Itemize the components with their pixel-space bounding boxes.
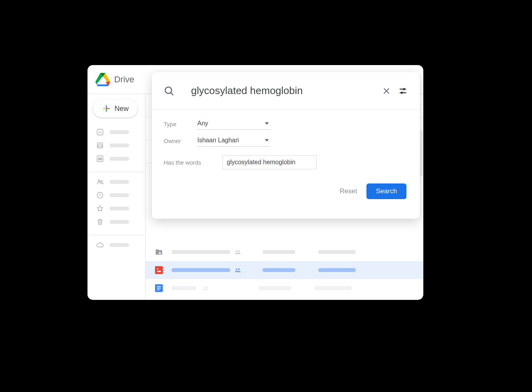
search-button[interactable]: Search <box>366 183 406 199</box>
filter-row-owner: Owner Ishaan Laghari <box>164 135 408 147</box>
placeholder <box>171 286 197 290</box>
placeholder <box>262 268 295 272</box>
search-input[interactable] <box>191 85 378 97</box>
scrollbar[interactable] <box>420 130 423 176</box>
svg-point-5 <box>98 180 100 182</box>
svg-point-6 <box>101 180 102 182</box>
divider <box>87 172 145 172</box>
filters: Type Any Owner Ishaan Laghari Has the wo… <box>152 110 420 199</box>
placeholder <box>262 250 295 254</box>
svg-rect-17 <box>157 288 161 289</box>
has-words-input[interactable] <box>222 155 317 169</box>
shared-icon <box>234 268 241 272</box>
svg-point-12 <box>157 268 158 269</box>
panel-actions: Reset Search <box>164 183 408 199</box>
app-window: Drive New <box>87 65 423 300</box>
placeholder <box>314 286 352 290</box>
type-value: Any <box>197 120 208 127</box>
docs-file-icon <box>155 284 163 292</box>
cloud-icon <box>96 241 104 249</box>
svg-rect-23 <box>401 91 403 94</box>
app-title: Drive <box>114 74 134 85</box>
sidebar: New <box>87 94 146 300</box>
placeholder <box>109 157 129 161</box>
svg-point-3 <box>98 158 100 159</box>
svg-rect-16 <box>157 286 161 287</box>
placeholder <box>171 268 230 272</box>
filter-row-words: Has the words <box>164 155 408 169</box>
svg-rect-11 <box>155 266 163 274</box>
image-file-icon <box>155 266 163 274</box>
svg-point-13 <box>236 269 238 270</box>
sidebar-item-priority[interactable] <box>87 125 145 139</box>
sidebar-item-storage[interactable] <box>87 238 145 252</box>
drive-small-icon <box>96 142 104 149</box>
svg-point-10 <box>238 250 240 252</box>
plus-icon <box>102 104 111 113</box>
clear-search-button[interactable] <box>378 83 395 99</box>
clock-icon <box>96 191 104 199</box>
sidebar-item-recent[interactable] <box>87 189 145 202</box>
new-button[interactable]: New <box>93 100 138 118</box>
svg-point-9 <box>236 250 238 252</box>
people-icon <box>96 178 104 186</box>
star-icon <box>96 205 104 212</box>
dropdown-caret-icon <box>265 122 269 125</box>
nav-group-2 <box>87 175 145 229</box>
shared-icon <box>202 286 209 290</box>
sidebar-item-shared-drives[interactable] <box>87 152 145 165</box>
words-label: Has the words <box>164 159 222 166</box>
nav-group-3 <box>87 238 145 252</box>
tune-icon <box>399 87 407 95</box>
type-select[interactable]: Any <box>197 118 270 130</box>
file-row[interactable] <box>146 243 423 261</box>
trash-icon <box>96 218 104 226</box>
placeholder <box>109 220 129 224</box>
owner-label: Owner <box>164 138 197 144</box>
advanced-search-panel: Type Any Owner Ishaan Laghari Has the wo… <box>152 72 420 219</box>
placeholder <box>109 143 129 147</box>
sidebar-item-starred[interactable] <box>87 202 145 215</box>
placeholder <box>109 243 129 247</box>
svg-rect-0 <box>97 129 103 135</box>
svg-rect-18 <box>157 289 160 290</box>
file-row[interactable] <box>146 279 423 297</box>
reset-button[interactable]: Reset <box>340 187 357 195</box>
search-options-button[interactable] <box>395 83 411 99</box>
sidebar-item-mydrive[interactable] <box>87 139 145 152</box>
svg-point-20 <box>206 287 208 289</box>
nav-group-1 <box>87 125 145 165</box>
filter-row-type: Type Any <box>164 118 408 130</box>
owner-value: Ishaan Laghari <box>197 137 239 143</box>
placeholder <box>318 250 356 254</box>
sidebar-item-shared-with-me[interactable] <box>87 175 145 189</box>
folder-shared-icon <box>155 248 163 256</box>
new-button-label: New <box>115 105 129 113</box>
svg-point-4 <box>100 158 102 159</box>
placeholder <box>109 193 129 197</box>
svg-point-21 <box>165 87 171 93</box>
svg-point-8 <box>159 252 160 253</box>
placeholder <box>171 250 230 254</box>
sidebar-item-trash[interactable] <box>87 215 145 229</box>
svg-rect-22 <box>403 88 405 90</box>
svg-point-14 <box>238 269 240 270</box>
shared-icon <box>234 250 241 254</box>
placeholder <box>109 130 129 134</box>
dropdown-caret-icon <box>265 139 269 142</box>
file-row-selected[interactable] <box>146 261 423 279</box>
svg-point-19 <box>204 287 206 289</box>
svg-rect-2 <box>97 156 103 162</box>
owner-select[interactable]: Ishaan Laghari <box>197 135 270 147</box>
file-list <box>146 243 423 297</box>
type-label: Type <box>164 121 197 127</box>
placeholder <box>109 180 129 184</box>
search-icon <box>164 85 175 96</box>
placeholder <box>109 207 129 211</box>
close-icon <box>382 87 391 95</box>
searchbar <box>152 72 420 110</box>
placeholder <box>318 268 356 272</box>
shared-drive-icon <box>96 155 104 163</box>
drive-logo-icon <box>95 72 110 87</box>
placeholder <box>259 286 292 290</box>
